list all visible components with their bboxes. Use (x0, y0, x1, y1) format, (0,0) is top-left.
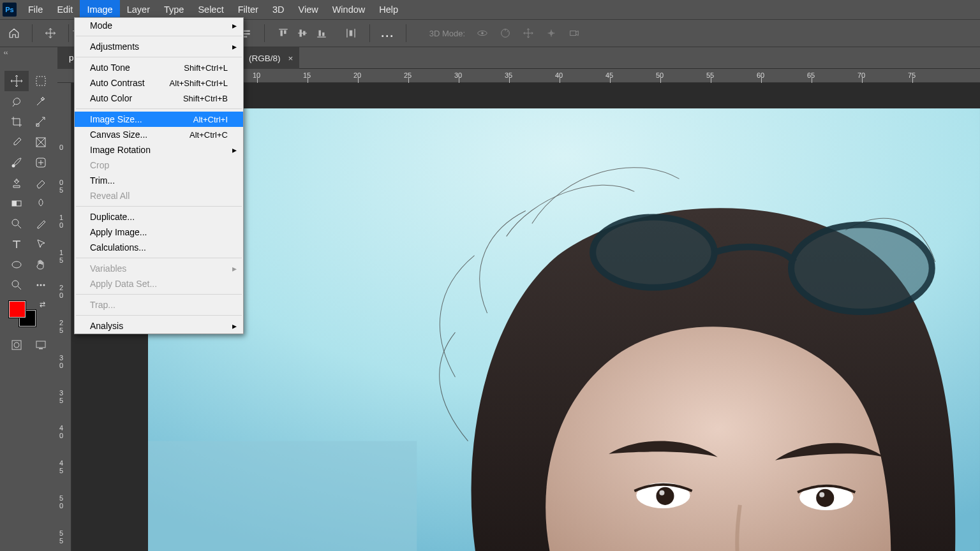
home-icon[interactable] (4, 23, 24, 43)
ruler-v-tick: 0 (59, 502, 63, 510)
menu-item-image-size[interactable]: Image Size...Alt+Ctrl+I (75, 112, 243, 127)
menu-item-adjustments[interactable]: Adjustments▸ (75, 39, 243, 54)
menu-item-auto-contrast[interactable]: Auto ContrastAlt+Shift+Ctrl+L (75, 75, 243, 91)
svg-point-33 (659, 490, 664, 496)
zoom-blur-tool-icon[interactable] (4, 214, 29, 234)
move-tool-icon[interactable] (4, 71, 29, 91)
orbit-3d-icon[interactable] (477, 27, 488, 39)
type-tool-icon[interactable] (4, 234, 29, 254)
doc-tab-suffix: (RGB/8) (249, 54, 281, 63)
menu-item-auto-tone[interactable]: Auto ToneShift+Ctrl+L (75, 60, 243, 75)
svg-rect-39 (36, 77, 45, 85)
zoom-tool-icon[interactable] (4, 275, 29, 295)
ruler-v-tick: 5 (59, 327, 63, 334)
pan-3d-icon[interactable] (523, 27, 534, 39)
menu-item-crop: Crop (75, 158, 243, 173)
svg-point-48 (12, 281, 19, 287)
slice-tool-icon[interactable] (29, 112, 53, 132)
menu-edit[interactable]: Edit (50, 0, 80, 19)
submenu-arrow-icon: ▸ (232, 145, 237, 155)
menubar: Ps FileEditImageLayerTypeSelectFilter3DV… (0, 0, 980, 19)
ruler-v-tick: 0 (59, 291, 63, 299)
hand-tool-icon[interactable] (29, 254, 53, 275)
svg-point-32 (656, 487, 674, 505)
ruler-v-tick: 4 (59, 424, 63, 432)
align-vcenter-icon[interactable] (297, 27, 308, 39)
marquee-tool-icon[interactable] (29, 71, 53, 91)
mode-3d-label: 3D Mode: (429, 29, 465, 38)
svg-point-38 (791, 225, 932, 312)
collapse-toggle-icon[interactable]: ‹‹ (0, 47, 11, 57)
frame-tool-icon[interactable] (29, 132, 53, 152)
submenu-arrow-icon: ▸ (232, 263, 237, 274)
ruler-v-tick: 5 (59, 186, 63, 194)
menu-item-trim[interactable]: Trim... (75, 173, 243, 188)
move-tool-icon[interactable] (40, 23, 61, 43)
pen-tool-icon[interactable] (29, 214, 53, 234)
roll-3d-icon[interactable] (500, 27, 511, 39)
distribute-icon[interactable] (345, 27, 357, 39)
menu-filter[interactable]: Filter (231, 0, 265, 19)
svg-rect-52 (12, 341, 21, 349)
eyedropper-tool-icon[interactable] (4, 132, 29, 152)
svg-point-51 (43, 284, 45, 286)
eraser-tool-icon[interactable] (29, 173, 53, 193)
svg-rect-21 (346, 29, 347, 38)
svg-rect-23 (350, 31, 353, 36)
ruler-v-tick: 0 (59, 221, 63, 229)
wand-tool-icon[interactable] (29, 91, 53, 112)
menu-window[interactable]: Window (325, 0, 373, 19)
menu-select[interactable]: Select (191, 0, 230, 19)
crop-tool-icon[interactable] (4, 112, 29, 132)
svg-rect-13 (280, 31, 282, 36)
ruler-v-tick: 5 (59, 467, 63, 474)
menu-item-image-rotation[interactable]: Image Rotation▸ (75, 142, 243, 158)
brush-tool-icon[interactable] (4, 152, 29, 173)
ruler-v-tick: 1 (59, 249, 63, 256)
svg-rect-54 (36, 341, 45, 348)
svg-rect-17 (303, 31, 305, 36)
menu-item-duplicate[interactable]: Duplicate... (75, 209, 243, 224)
document-image (148, 108, 980, 551)
screenmode-icon[interactable] (29, 335, 53, 355)
svg-rect-20 (322, 33, 324, 36)
foreground-color-swatch[interactable] (8, 300, 26, 318)
align-bottom-icon[interactable] (316, 27, 327, 39)
menu-item-mode[interactable]: Mode▸ (75, 18, 243, 33)
more-options-icon[interactable]: ... (378, 23, 398, 43)
ellipse-tool-icon[interactable] (4, 254, 29, 275)
align-top-icon[interactable] (278, 27, 289, 39)
svg-point-47 (12, 261, 21, 268)
menu-item-analysis[interactable]: Analysis▸ (75, 318, 243, 334)
menu-item-canvas-size[interactable]: Canvas Size...Alt+Ctrl+C (75, 127, 243, 142)
smudge-tool-icon[interactable] (29, 193, 53, 214)
menu-3d[interactable]: 3D (265, 0, 292, 19)
menu-view[interactable]: View (292, 0, 325, 19)
menu-layer[interactable]: Layer (120, 0, 157, 19)
menu-help[interactable]: Help (372, 0, 405, 19)
more-tool-icon[interactable] (29, 275, 53, 295)
menu-file[interactable]: File (21, 0, 50, 19)
swap-colors-icon[interactable]: ⇄ (40, 300, 45, 309)
menu-type[interactable]: Type (157, 0, 191, 19)
close-tab-icon[interactable]: × (288, 54, 293, 63)
menu-item-variables: Variables▸ (75, 261, 243, 276)
ruler-v-tick: 5 (59, 256, 63, 264)
ruler-v-tick: 3 (59, 389, 63, 397)
menu-image[interactable]: Image (80, 0, 119, 19)
camera-3d-icon[interactable] (568, 27, 580, 39)
path-sel-tool-icon[interactable] (29, 234, 53, 254)
gradient-tool-icon[interactable] (4, 193, 29, 214)
svg-point-42 (12, 165, 15, 168)
healer-tool-icon[interactable] (29, 152, 53, 173)
menu-item-auto-color[interactable]: Auto ColorShift+Ctrl+B (75, 91, 243, 106)
clone-tool-icon[interactable] (4, 173, 29, 193)
menu-item-calculations[interactable]: Calculations... (75, 240, 243, 255)
ruler-vertical[interactable]: 00510152025303540455055 (57, 83, 71, 551)
menu-item-apply-image[interactable]: Apply Image... (75, 224, 243, 240)
lasso-tool-icon[interactable] (4, 91, 29, 112)
svg-rect-19 (318, 31, 320, 36)
color-swatches[interactable]: ⇄ (4, 300, 53, 330)
slide-3d-icon[interactable] (546, 27, 557, 39)
quickmask-icon[interactable] (4, 335, 29, 355)
